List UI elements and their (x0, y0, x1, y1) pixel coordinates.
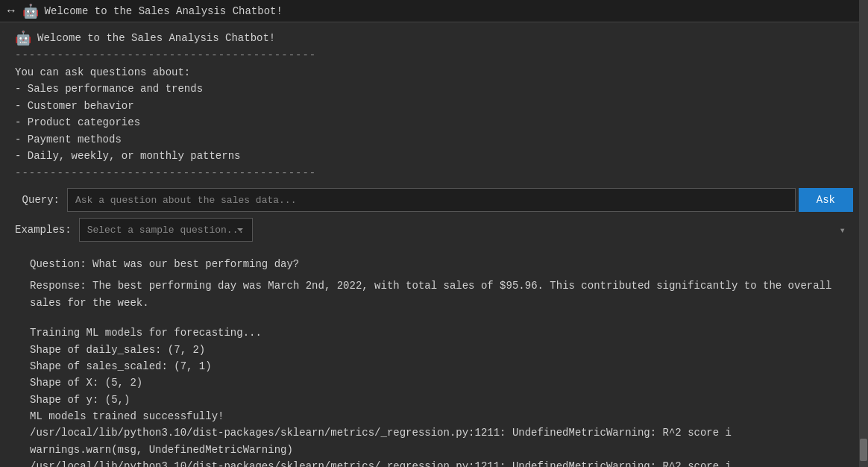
scrollbar-thumb (860, 439, 867, 461)
log-line-6: /usr/local/lib/python3.10/dist-packages/… (30, 424, 838, 441)
welcome-header: 🤖 Welcome to the Sales Analysis Chatbot! (15, 30, 853, 46)
log-output: Training ML models for forecasting... Sh… (15, 322, 853, 467)
examples-row: Examples: Select a sample question... (15, 218, 853, 242)
response-area: Question: What was our best performing d… (15, 255, 853, 322)
topic-3: - Product categories (15, 114, 853, 131)
chat-area: 🤖 Welcome to the Sales Analysis Chatbot!… (0, 22, 868, 467)
main-content: 🤖 Welcome to the Sales Analysis Chatbot!… (0, 22, 868, 467)
log-line-7: warnings.warn(msg, UndefinedMetricWarnin… (30, 442, 838, 458)
response-text: Response: The best performing day was Ma… (30, 278, 838, 311)
welcome-body: You can ask questions about: - Sales per… (15, 64, 853, 164)
query-label: Query: (15, 194, 60, 206)
welcome-bot-icon: 🤖 (15, 30, 31, 46)
log-line-3: Shape of X: (5, 2) (30, 374, 838, 391)
examples-select[interactable]: Select a sample question... (79, 218, 253, 242)
welcome-title: Welcome to the Sales Analysis Chatbot! (37, 32, 275, 44)
log-line-2: Shape of sales_scaled: (7, 1) (30, 358, 838, 374)
input-area: Query: Ask Examples: Select a sample que… (15, 182, 853, 255)
dashed-separator-2: ----------------------------------------… (15, 167, 853, 179)
topic-4: - Payment methods (15, 131, 853, 148)
log-line-8: /usr/local/lib/python3.10/dist-packages/… (30, 458, 838, 467)
log-line-0: Training ML models for forecasting... (30, 325, 838, 341)
log-line-5: ML models trained successfully! (30, 408, 838, 424)
ask-button[interactable]: Ask (799, 188, 853, 212)
sidebar-toggle-icon[interactable]: ↔ (7, 4, 15, 18)
question-line: Question: What was our best performing d… (30, 258, 838, 270)
top-bar-title: Welcome to the Sales Analysis Chatbot! (45, 5, 283, 17)
app-container: ↔ 🤖 Welcome to the Sales Analysis Chatbo… (0, 0, 868, 467)
log-line-1: Shape of daily_sales: (7, 2) (30, 342, 838, 358)
topic-2: - Customer behavior (15, 98, 853, 114)
response-body: The best performing day was March 2nd, 2… (30, 280, 831, 308)
intro-line: You can ask questions about: (15, 64, 853, 81)
log-line-4: Shape of y: (5,) (30, 392, 838, 408)
query-input[interactable] (67, 188, 796, 212)
examples-label: Examples: (15, 224, 72, 236)
right-scrollbar[interactable] (859, 0, 868, 467)
topic-5: - Daily, weekly, or monthly patterns (15, 148, 853, 164)
topic-1: - Sales performance and trends (15, 81, 853, 97)
response-prefix: Response: (30, 280, 87, 292)
top-bar: ↔ 🤖 Welcome to the Sales Analysis Chatbo… (0, 0, 868, 22)
question-text: Question: What was our best performing d… (30, 258, 299, 270)
examples-select-wrapper: Select a sample question... (79, 218, 853, 242)
query-row: Query: Ask (15, 188, 853, 212)
dashed-separator-1: ----------------------------------------… (15, 49, 853, 61)
bot-icon: 🤖 (22, 3, 39, 19)
